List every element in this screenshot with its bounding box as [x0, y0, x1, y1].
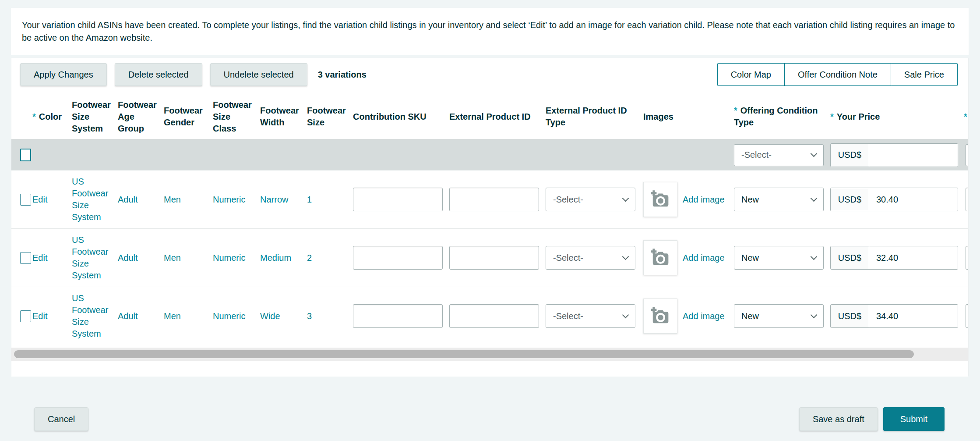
- chevron-down-icon: [811, 253, 818, 260]
- submit-button[interactable]: Submit: [883, 407, 945, 431]
- header-offering-condition-type: *Offering Condition Type: [734, 105, 830, 128]
- row-checkbox[interactable]: [20, 252, 31, 264]
- add-image-link[interactable]: Add image: [683, 311, 725, 321]
- bulk-offering-condition-select[interactable]: -Select-: [734, 144, 824, 166]
- chevron-down-icon: [811, 195, 818, 202]
- attribute-column-toggle-group: Color Map Offer Condition Note Sale Pric…: [717, 63, 958, 86]
- offering-condition-select[interactable]: New: [734, 304, 824, 328]
- bulk-apply-row: -Select- USD$: [11, 139, 968, 170]
- size-system-link[interactable]: US Footwear Size System: [72, 177, 108, 222]
- external-product-id-input[interactable]: [449, 188, 539, 211]
- width-link[interactable]: Wide: [260, 311, 285, 321]
- age-group-link[interactable]: Adult: [118, 253, 142, 263]
- apply-changes-button[interactable]: Apply Changes: [20, 63, 107, 86]
- toggle-color-map[interactable]: Color Map: [717, 63, 785, 86]
- your-price-input[interactable]: [869, 305, 958, 327]
- clipped-input[interactable]: [966, 304, 968, 328]
- size-system-link[interactable]: US Footwear Size System: [72, 293, 108, 338]
- bulk-price-input[interactable]: [869, 144, 958, 167]
- row-checkbox[interactable]: [20, 194, 31, 206]
- header-color: *Color: [32, 111, 72, 123]
- your-price-group: USD$: [830, 188, 958, 211]
- variations-table: *Color Footwear Size System Footwear Age…: [11, 94, 968, 345]
- offering-condition-select[interactable]: New: [734, 188, 824, 211]
- your-price-group: USD$: [830, 304, 958, 328]
- variation-count-label: 3 variations: [318, 70, 367, 80]
- header-images: Images: [643, 111, 734, 123]
- add-photo-button[interactable]: [643, 240, 677, 275]
- size-class-link[interactable]: Numeric: [213, 253, 250, 263]
- gender-link[interactable]: Men: [164, 195, 185, 204]
- select-all-checkbox[interactable]: [20, 149, 31, 161]
- contribution-sku-input[interactable]: [353, 188, 443, 211]
- contribution-sku-input[interactable]: [353, 246, 443, 270]
- variations-panel: Apply Changes Delete selected Undelete s…: [11, 58, 969, 376]
- edit-color-link[interactable]: Edit: [32, 253, 52, 263]
- external-product-id-type-select[interactable]: -Select-: [546, 188, 635, 211]
- toggle-sale-price[interactable]: Sale Price: [891, 63, 958, 86]
- header-external-product-id-type: External Product ID Type: [546, 105, 643, 128]
- currency-prefix: USD$: [831, 188, 869, 211]
- age-group-link[interactable]: Adult: [118, 195, 142, 204]
- edit-color-link[interactable]: Edit: [32, 311, 52, 321]
- currency-prefix: USD$: [831, 305, 869, 327]
- horizontal-scrollbar-thumb[interactable]: [14, 350, 914, 358]
- size-link[interactable]: 1: [307, 195, 316, 204]
- size-class-link[interactable]: Numeric: [213, 195, 250, 204]
- header-footwear-width: Footwear Width: [260, 105, 307, 128]
- age-group-link[interactable]: Adult: [118, 311, 142, 321]
- variation-notice-text: Your variation child ASINs have been cre…: [22, 19, 958, 44]
- row-checkbox[interactable]: [20, 310, 31, 322]
- table-footer-strip: [11, 361, 968, 377]
- variation-row: Edit US Footwear Size System Adult Men N…: [11, 287, 968, 345]
- header-footwear-gender: Footwear Gender: [164, 105, 213, 128]
- add-photo-camera-icon: [650, 190, 670, 209]
- external-product-id-type-select[interactable]: -Select-: [546, 304, 635, 328]
- external-product-id-type-select[interactable]: -Select-: [546, 246, 635, 270]
- add-photo-camera-icon: [650, 248, 670, 267]
- gender-link[interactable]: Men: [164, 253, 185, 263]
- header-your-price: *Your Price: [830, 111, 964, 123]
- size-link[interactable]: 2: [307, 253, 316, 263]
- chevron-down-icon: [622, 253, 629, 260]
- add-photo-camera-icon: [650, 306, 670, 326]
- chevron-down-icon: [622, 311, 629, 318]
- header-footwear-size-class: Footwear Size Class: [213, 99, 260, 135]
- cancel-button[interactable]: Cancel: [34, 407, 88, 431]
- edit-color-link[interactable]: Edit: [32, 195, 52, 204]
- offering-condition-select[interactable]: New: [734, 246, 824, 270]
- page-actions: Cancel Save as draft Submit: [0, 407, 980, 431]
- add-image-link[interactable]: Add image: [683, 195, 725, 205]
- gender-link[interactable]: Men: [164, 311, 185, 321]
- contribution-sku-input[interactable]: [353, 304, 443, 328]
- variation-row: Edit US Footwear Size System Adult Men N…: [11, 228, 968, 287]
- size-system-link[interactable]: US Footwear Size System: [72, 235, 108, 280]
- size-link[interactable]: 3: [307, 311, 316, 321]
- header-external-product-id: External Product ID: [449, 111, 546, 123]
- delete-selected-button[interactable]: Delete selected: [115, 63, 202, 86]
- external-product-id-input[interactable]: [449, 246, 539, 270]
- variation-notice-panel: Your variation child ASINs have been cre…: [11, 8, 969, 55]
- add-photo-button[interactable]: [643, 182, 677, 217]
- width-link[interactable]: Medium: [260, 253, 296, 263]
- undelete-selected-button[interactable]: Undelete selected: [210, 63, 307, 86]
- horizontal-scrollbar-track[interactable]: [11, 348, 968, 361]
- clipped-input[interactable]: [966, 246, 968, 270]
- toggle-offer-condition-note[interactable]: Offer Condition Note: [784, 63, 891, 86]
- clipped-input[interactable]: [966, 188, 968, 211]
- currency-prefix: USD$: [831, 144, 869, 167]
- width-link[interactable]: Narrow: [260, 195, 293, 204]
- add-image-link[interactable]: Add image: [683, 253, 725, 263]
- header-clipped-column: *: [964, 111, 968, 123]
- your-price-input[interactable]: [869, 188, 958, 211]
- your-price-input[interactable]: [869, 246, 958, 269]
- save-as-draft-button[interactable]: Save as draft: [799, 407, 878, 431]
- bulk-clipped-input[interactable]: [966, 144, 968, 166]
- external-product-id-input[interactable]: [449, 304, 539, 328]
- size-class-link[interactable]: Numeric: [213, 311, 250, 321]
- chevron-down-icon: [811, 150, 818, 157]
- add-photo-button[interactable]: [643, 299, 677, 334]
- header-footwear-size-system: Footwear Size System: [72, 99, 118, 135]
- chevron-down-icon: [622, 195, 629, 202]
- bulk-price-group: USD$: [830, 143, 958, 167]
